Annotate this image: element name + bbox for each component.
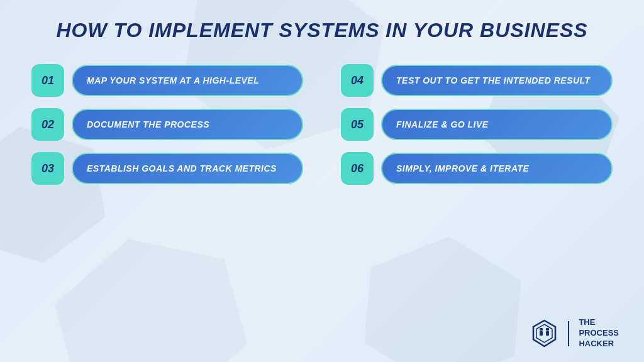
logo-divider	[568, 321, 569, 346]
main-content: HOW TO IMPLEMENT SYSTEMS IN YOUR BUSINES…	[0, 0, 644, 197]
svg-rect-5	[546, 328, 549, 331]
decorative-hex-4	[361, 230, 525, 362]
item-number-02: 02	[31, 108, 64, 141]
page-title: HOW TO IMPLEMENT SYSTEMS IN YOUR BUSINES…	[31, 19, 613, 42]
item-label-04: TEST OUT TO GET THE INTENDED RESULT	[381, 65, 613, 96]
item-label-05: FINALIZE & GO LIVE	[381, 109, 613, 140]
item-label-03: ESTABLISH GOALS AND TRACK METRICS	[72, 153, 303, 184]
item-label-02: DOCUMENT THE PROCESS	[72, 109, 303, 140]
item-label-01: MAP YOUR SYSTEM AT A HIGH-LEVEL	[72, 65, 303, 96]
list-item: 05 FINALIZE & GO LIVE	[341, 108, 613, 141]
item-number-04: 04	[341, 64, 374, 97]
svg-marker-1	[536, 324, 552, 343]
item-number-03: 03	[31, 152, 64, 185]
list-item: 02 DOCUMENT THE PROCESS	[31, 108, 303, 141]
list-item: 06 SIMPLY, IMPROVE & ITERATE	[341, 152, 613, 185]
item-number-01: 01	[31, 64, 64, 97]
item-number-06: 06	[341, 152, 374, 185]
svg-rect-2	[540, 331, 543, 336]
svg-rect-4	[540, 328, 543, 331]
list-item: 03 ESTABLISH GOALS AND TRACK METRICS	[31, 152, 303, 185]
brand-name: THEPROCESSHACKER	[579, 317, 619, 349]
items-grid: 01 MAP YOUR SYSTEM AT A HIGH-LEVEL 04 TE…	[31, 64, 613, 185]
list-item: 04 TEST OUT TO GET THE INTENDED RESULT	[341, 64, 613, 97]
item-label-06: SIMPLY, IMPROVE & ITERATE	[381, 153, 613, 184]
item-number-05: 05	[341, 108, 374, 141]
logo-area: THEPROCESSHACKER	[530, 317, 619, 349]
list-item: 01 MAP YOUR SYSTEM AT A HIGH-LEVEL	[31, 64, 303, 97]
svg-rect-3	[546, 331, 549, 336]
brand-logo-icon	[530, 319, 558, 348]
